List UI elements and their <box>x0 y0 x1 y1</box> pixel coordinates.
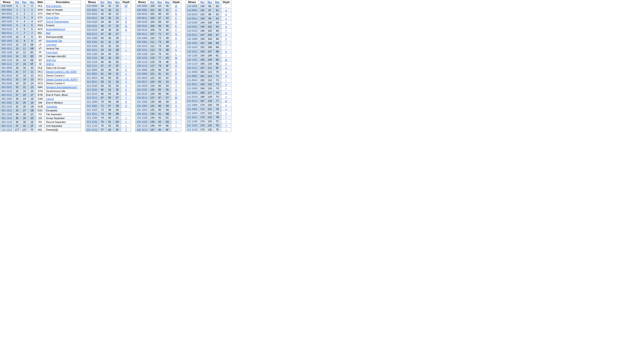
glyph-value[interactable]: [ <box>171 112 181 116</box>
glyph-value[interactable]: g <box>221 33 231 37</box>
desc-value[interactable]: Negative Acknowledgement <box>45 85 81 89</box>
desc-value[interactable]: Cancel <box>45 97 81 101</box>
glyph-value[interactable]: _ <box>171 128 181 132</box>
glyph-value[interactable]: c <box>221 16 231 20</box>
glyph-value[interactable]: p <box>221 70 231 74</box>
desc-value[interactable]: Horizontal Tab <box>45 39 81 43</box>
glyph-value[interactable]: I <box>171 40 181 44</box>
glyph-value[interactable]: | <box>221 119 231 124</box>
header-hex-t3[interactable]: Hex <box>214 0 221 4</box>
glyph-value[interactable]: ) <box>121 40 131 44</box>
glyph-value[interactable]: ( <box>121 36 131 40</box>
glyph-value[interactable]: % <box>121 24 131 28</box>
glyph-value[interactable]: n <box>221 62 231 66</box>
glyph-value[interactable]: T <box>171 84 181 88</box>
glyph-value[interactable]: 2 <box>121 76 131 80</box>
desc-value[interactable]: Bell <box>45 31 81 35</box>
glyph-value[interactable]: & <box>121 28 131 32</box>
glyph-value[interactable]: W <box>171 96 181 100</box>
glyph-value[interactable]: z <box>221 111 231 115</box>
glyph-value[interactable]: S <box>171 80 181 84</box>
glyph-value[interactable]: D <box>171 20 181 24</box>
glyph-value[interactable]: o <box>221 66 231 70</box>
desc-value[interactable]: Substitute <box>45 105 81 108</box>
glyph-value[interactable]: G <box>171 32 181 36</box>
header-dec-t2[interactable]: Dec <box>156 0 164 4</box>
desc-value[interactable]: Acknowledgment <box>45 27 81 31</box>
glyph-value[interactable]: + <box>121 48 131 52</box>
glyph-value[interactable]: ! <box>121 8 131 12</box>
glyph-value[interactable]: @ <box>171 4 181 8</box>
glyph-value[interactable]: ; <box>121 112 131 116</box>
header-oct-t1[interactable]: Oct <box>99 0 106 4</box>
glyph-value[interactable]: E <box>171 24 181 28</box>
glyph-value[interactable]: ' <box>121 32 131 36</box>
glyph-value[interactable]: e <box>221 24 231 29</box>
glyph-value[interactable]: 1 <box>121 72 131 76</box>
glyph-value[interactable]: * <box>121 44 131 48</box>
glyph-value[interactable]: < <box>121 116 131 120</box>
glyph-value[interactable]: u <box>221 90 231 94</box>
glyph-value[interactable]: ? <box>121 128 131 132</box>
glyph-value[interactable]: H <box>171 36 181 40</box>
glyph-value[interactable]: b <box>221 12 231 16</box>
glyph-value[interactable]: 3 <box>121 80 131 84</box>
header-hex-t2[interactable]: Hex <box>164 0 171 4</box>
glyph-value[interactable]: } <box>221 124 231 128</box>
desc-value[interactable]: Device Control 3 (oft. XOFF) <box>45 78 81 82</box>
glyph-value[interactable]: w <box>221 99 231 103</box>
glyph-value[interactable]: i <box>221 41 231 45</box>
header-hex-t1[interactable]: Hex <box>114 0 121 4</box>
glyph-value[interactable]: F <box>171 28 181 32</box>
glyph-value[interactable]: 6 <box>121 92 131 96</box>
glyph-value[interactable]: 7 <box>121 96 131 100</box>
glyph-value[interactable]: . <box>121 60 131 64</box>
desc-value[interactable]: Device Control 1 (oft. XON) <box>45 70 81 74</box>
glyph-value[interactable]: l <box>221 54 231 58</box>
glyph-value[interactable]: R <box>171 76 181 80</box>
glyph-value[interactable]: A <box>171 8 181 12</box>
glyph-value[interactable]: Q <box>171 72 181 76</box>
glyph-value[interactable]: 4 <box>121 84 131 88</box>
header-dec-t3[interactable]: Dec <box>206 0 214 4</box>
glyph-value[interactable]: 8 <box>121 100 131 104</box>
glyph-value[interactable]: t <box>221 86 231 90</box>
glyph-value[interactable]: ` <box>221 4 231 8</box>
glyph-value[interactable]: y <box>221 107 231 111</box>
glyph-value[interactable]: P <box>171 68 181 72</box>
glyph-value[interactable]: Y <box>171 104 181 108</box>
glyph-value[interactable]: 5 <box>121 88 131 92</box>
glyph-value[interactable]: , <box>121 52 131 56</box>
glyph-value[interactable]: : <box>121 108 131 112</box>
glyph-value[interactable]: 9 <box>121 104 131 108</box>
glyph-value[interactable]: - <box>121 56 131 60</box>
glyph-value[interactable]: = <box>121 120 131 124</box>
glyph-value[interactable]: X <box>171 100 181 104</box>
glyph-value[interactable]: m <box>221 58 231 62</box>
glyph-value[interactable]: Z <box>171 108 181 112</box>
glyph-value[interactable]: ~ <box>221 128 231 132</box>
glyph-value[interactable]: \ <box>171 116 181 120</box>
desc-value[interactable]: Line feed <box>45 43 81 47</box>
glyph-value[interactable]: J <box>171 44 181 48</box>
desc-value[interactable]: Form feed <box>45 50 81 54</box>
glyph-value[interactable]: SP <box>121 4 131 8</box>
desc-value[interactable]: Null character <box>45 4 81 8</box>
header-dec[interactable]: Dec <box>21 0 28 4</box>
desc-value[interactable]: End of Transmission <box>45 20 81 24</box>
glyph-value[interactable]: # <box>121 16 131 20</box>
header-oct-t2[interactable]: Oct <box>149 0 156 4</box>
desc-value[interactable]: Shift In <box>45 62 81 66</box>
glyph-value[interactable]: U <box>171 88 181 92</box>
glyph-value[interactable]: v <box>221 95 231 99</box>
glyph-value[interactable]: L <box>171 52 181 56</box>
glyph-value[interactable]: O <box>171 64 181 68</box>
glyph-value[interactable]: s <box>221 82 231 86</box>
glyph-value[interactable]: 0 <box>121 68 131 72</box>
glyph-value[interactable]: r <box>221 78 231 82</box>
glyph-value[interactable]: > <box>121 124 131 128</box>
glyph-value[interactable]: C <box>171 16 181 20</box>
header-dec-t1[interactable]: Dec <box>106 0 114 4</box>
glyph-value[interactable]: { <box>221 115 231 119</box>
glyph-value[interactable]: k <box>221 50 231 54</box>
